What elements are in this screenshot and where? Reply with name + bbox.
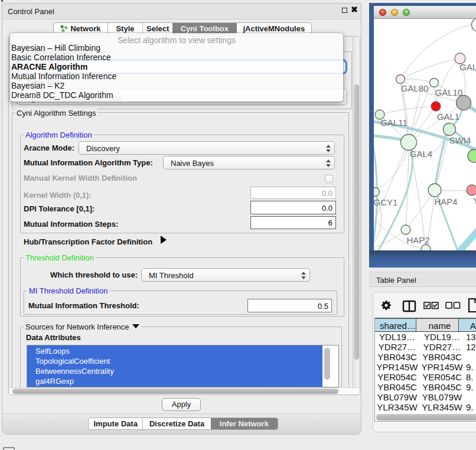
svg-text:HAP2: HAP2	[406, 235, 429, 245]
svg-text:HAP4: HAP4	[434, 197, 457, 207]
svg-text:GAL: GAL	[459, 62, 476, 72]
svg-text:SWI4: SWI4	[449, 135, 471, 145]
svg-text:GAL4: GAL4	[410, 149, 432, 159]
svg-text:Y: Y	[473, 195, 476, 206]
svg-text:GAL80: GAL80	[401, 83, 429, 93]
svg-text:GCY1: GCY1	[374, 197, 397, 207]
svg-text:GAL1: GAL1	[437, 112, 459, 122]
svg-text:GAL11: GAL11	[380, 118, 407, 128]
svg-text:GAL10: GAL10	[435, 87, 463, 97]
